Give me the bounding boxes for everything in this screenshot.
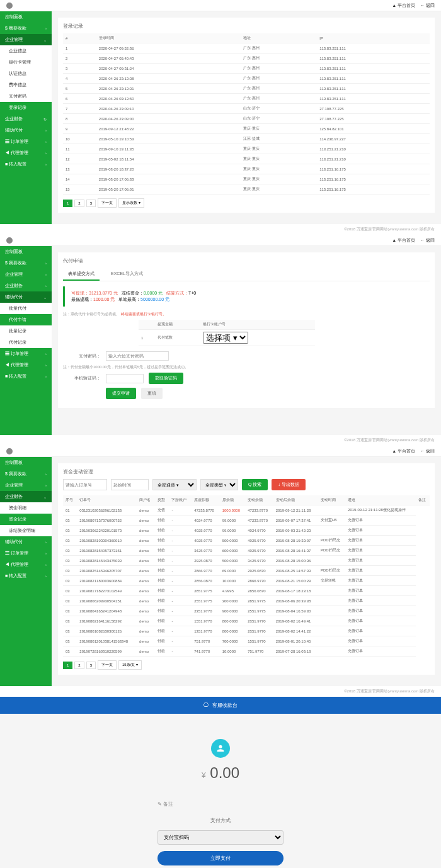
table-row: 0320190821180003600884demo付款-2856.087010… <box>63 576 430 586</box>
bank-select[interactable]: 选择项 ▾ <box>203 332 248 344</box>
back-link[interactable]: ← 返回 <box>420 3 435 9</box>
code-input[interactable] <box>106 374 144 383</box>
page-next[interactable]: 下一页 <box>98 198 117 208</box>
platform-link[interactable]: ▲ 平台首页 <box>392 237 415 244</box>
sub-apply[interactable]: 代付申请 <box>0 314 52 325</box>
login-table: #登录时间地址IP 12020-04-27 09:52:36广东·惠州113.8… <box>63 33 430 194</box>
nav-finance[interactable]: 企业财务› <box>0 280 52 291</box>
nav-config[interactable]: ■ 转入配置› <box>0 570 52 582</box>
page-2[interactable]: 2 <box>74 200 84 207</box>
export-button[interactable]: ↓ 导出数据 <box>272 479 305 490</box>
table-row: 142019-03-20 17:06:33重庆·重庆113.251.16.175 <box>63 174 430 184</box>
table-row: 82020-04-26 23:09:00山东·济宁27.198.77.225 <box>63 114 430 124</box>
sub-paypwd[interactable]: 支付密码 <box>0 91 52 102</box>
table-row: 0320190804165241204948demo付款-2351.977090… <box>63 606 430 616</box>
reset-button[interactable]: 重填 <box>141 388 163 399</box>
page-1[interactable]: 1 <box>63 662 72 669</box>
table-header: 变动时间 <box>318 495 345 505</box>
chevron-icon: › <box>45 140 47 144</box>
sub-info[interactable]: 企业信息 <box>0 45 52 57</box>
info-bar: 可提现：31213.8770 元 冻结资金：0.0000 元 结算方式：T+0 … <box>63 286 430 307</box>
page-3[interactable]: 3 <box>86 200 96 207</box>
sub-batchlog[interactable]: 批量记录 <box>0 325 52 337</box>
table-row: 152019-03-20 17:06:01重庆·重庆113.251.16.175 <box>63 184 430 194</box>
table-row: 72020-04-26 23:09:10山东·济宁27.198.77.225 <box>63 104 430 114</box>
nav-collect[interactable]: $ 我要收款› <box>0 468 52 480</box>
table-row: 0320190817182273102549demo付款-2851.97754.… <box>63 586 430 596</box>
table-header: IP <box>317 33 430 43</box>
table-header: 原虚拟额 <box>192 495 219 505</box>
tab-excel[interactable]: EXCEL导入方式 <box>106 268 148 281</box>
card-title: 代付申请 <box>63 257 430 264</box>
platform-link[interactable]: ▲ 平台首页 <box>392 448 415 454</box>
table-header: 商户名 <box>137 495 155 505</box>
table-header: 下游账户 <box>169 495 192 505</box>
pay-method-select[interactable]: 支付宝扫码 <box>158 830 284 845</box>
nav-assist[interactable]: 辅助代付› <box>0 536 52 548</box>
page-3[interactable]: 3 <box>86 662 96 669</box>
nav-dashboard[interactable]: 控制面板 <box>0 457 52 468</box>
sub-paylog[interactable]: 代付记录 <box>0 337 52 348</box>
table-header: 通道 <box>345 495 415 505</box>
tab-form[interactable]: 表单提交方式 <box>63 268 100 281</box>
nav-enterprise[interactable]: 企业管理⌄ <box>0 34 52 45</box>
nav-orders[interactable]: ☰ 订单管理› <box>0 136 52 147</box>
type-select[interactable]: 全部类型 ▾ <box>200 479 238 490</box>
get-code-button[interactable]: 获取验证码 <box>149 373 183 384</box>
search-button[interactable]: Q 搜索 <box>242 479 268 490</box>
back-link[interactable]: ← 返回 <box>420 237 435 244</box>
nav-finance[interactable]: 企业财务⌄ <box>0 491 52 502</box>
nav-collect[interactable]: $ 我要收款› <box>0 23 52 34</box>
platform-link[interactable]: ▲ 平台首页 <box>392 3 415 9</box>
sub-rate[interactable]: 费率信息 <box>0 79 52 91</box>
sub-frozen[interactable]: 冻结资金明细 <box>0 525 52 536</box>
amount: ¥ 0.00 <box>13 764 428 782</box>
sub-cert[interactable]: 认证信息 <box>0 68 52 79</box>
order-input[interactable] <box>63 479 107 490</box>
nav-assist[interactable]: 辅助代付› <box>0 125 52 136</box>
nav-agent[interactable]: ◀ 代理管理› <box>0 359 52 371</box>
submit-button[interactable]: 提交申请 <box>106 388 136 399</box>
logo-icon <box>6 3 13 9</box>
paypwd-input[interactable] <box>106 351 169 361</box>
table-row: 52020-04-26 23:13:31广东·惠州113.83.251.111 <box>63 84 430 94</box>
nav-agent[interactable]: ◀ 代理管理› <box>0 147 52 159</box>
sidebar: 控制面板 $ 我要收款› 企业管理› 企业财务⌄ 资金明细 资金记录 冻结资金明… <box>0 457 52 686</box>
channel-select[interactable]: 全部通道 ▾ <box>152 479 197 490</box>
sub-fundlog[interactable]: 资金记录 <box>0 514 52 525</box>
nav-dashboard[interactable]: 控制面板 <box>0 246 52 257</box>
nav-enterprise[interactable]: 企业管理› <box>0 269 52 280</box>
nav-finance[interactable]: 企业财务↻ <box>0 113 52 125</box>
nav-dashboard[interactable]: 控制面板 <box>0 11 52 23</box>
nav-assist[interactable]: 辅助代付⌄ <box>0 291 52 303</box>
sub-funds[interactable]: 资金明细 <box>0 502 52 514</box>
page-size[interactable]: 15条/页 ▾ <box>118 660 142 670</box>
avatar-icon <box>211 739 230 758</box>
table-header: 备注 <box>416 495 430 505</box>
page-size[interactable]: 显示条数 ▾ <box>118 198 144 208</box>
footer: ©2018 万通宝源 官网网址(wantyuanma.com 版权所有 <box>0 686 441 697</box>
back-link[interactable]: ← 返回 <box>420 448 435 454</box>
page-1[interactable]: 1 <box>63 200 72 207</box>
nav-collect[interactable]: $ 我要收款› <box>0 257 52 269</box>
nav-orders[interactable]: ☰ 订单管理› <box>0 548 52 559</box>
pay-button[interactable]: 立即支付 <box>158 851 284 865</box>
page-2[interactable]: 2 <box>74 662 84 669</box>
table-row: 32020-04-27 09:31:24广东·惠州113.83.251.111 <box>63 64 430 74</box>
nav-orders[interactable]: ☰ 订单管理› <box>0 348 52 359</box>
nav-agent[interactable]: ◀ 代理管理› <box>0 559 52 570</box>
nav-config[interactable]: ■ 转入配置› <box>0 159 52 170</box>
page-next[interactable]: 下一页 <box>98 660 117 670</box>
date-input[interactable] <box>111 479 149 490</box>
table-header: 地址 <box>241 33 317 43</box>
nav-config[interactable]: ■ 转入配置› <box>0 371 52 382</box>
sub-loginlog[interactable]: 登录记录 <box>0 102 52 113</box>
table-row: 102019-05-10 19:10:53江苏·盐城114.236.97.227 <box>63 134 430 144</box>
sub-batch[interactable]: 批量代付 <box>0 303 52 314</box>
table-row: 0320190828154057373151demo付款-3425.977060… <box>63 546 430 556</box>
remark-field[interactable]: ✎ 备注 <box>158 801 284 808</box>
nav-enterprise[interactable]: 企业管理› <box>0 480 52 491</box>
sub-bankcard[interactable]: 银行卡管理 <box>0 57 52 68</box>
table-row: 0320190828193304360010demo付款-4025.977050… <box>63 536 430 546</box>
table-row: 0320190801082630300126demo付款-1351.977080… <box>63 626 430 636</box>
